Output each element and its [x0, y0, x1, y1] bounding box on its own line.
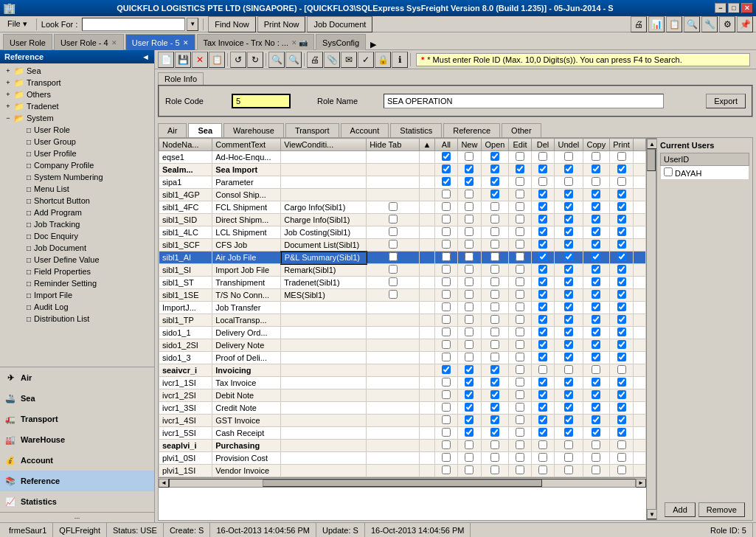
sidebar-user-role[interactable]: □ User Role	[0, 124, 154, 136]
user-checkbox[interactable]: DAYAH	[661, 166, 749, 180]
delete-btn[interactable]: ✕	[192, 52, 208, 68]
hide-checkbox[interactable]	[389, 202, 398, 211]
scroll-thumb[interactable]	[647, 149, 656, 171]
perm-checkbox[interactable]	[465, 465, 474, 474]
perm-checkbox[interactable]	[617, 328, 626, 336]
perm-checkbox[interactable]	[516, 202, 524, 211]
print-now-btn[interactable]: Print Now	[257, 16, 306, 32]
perm-checkbox[interactable]	[490, 428, 499, 437]
perm-checkbox[interactable]	[442, 365, 451, 374]
perm-checkbox[interactable]	[617, 302, 626, 311]
tree-item-transport[interactable]: + 📁 Transport	[0, 77, 154, 89]
perm-checkbox[interactable]	[592, 340, 600, 349]
perm-checkbox[interactable]	[592, 453, 600, 462]
perm-checkbox[interactable]	[592, 190, 600, 198]
perm-checkbox[interactable]	[516, 403, 524, 412]
perm-checkbox[interactable]	[442, 315, 451, 324]
perm-checkbox[interactable]	[592, 428, 600, 437]
tree-item-tradenet[interactable]: + 📁 Tradenet	[0, 100, 154, 112]
hide-checkbox[interactable]	[389, 265, 398, 274]
perm-checkbox[interactable]	[564, 265, 573, 274]
perm-checkbox[interactable]	[465, 403, 474, 412]
expand-tradenet[interactable]: +	[3, 103, 13, 110]
sidebar-user-profile[interactable]: □ User Profile	[0, 148, 154, 159]
expand-system[interactable]: −	[3, 114, 13, 122]
sidebar-reference-btn[interactable]: 📚 Reference	[0, 471, 154, 491]
nav-tab-other[interactable]: Other	[502, 123, 541, 137]
perm-checkbox[interactable]	[617, 453, 626, 462]
nav-tab-account[interactable]: Account	[341, 123, 389, 137]
perm-checkbox[interactable]	[442, 328, 451, 336]
perm-checkbox[interactable]	[442, 415, 451, 424]
perm-checkbox[interactable]	[564, 465, 573, 474]
copy-btn[interactable]: 📋	[209, 52, 225, 68]
perm-checkbox[interactable]	[490, 465, 499, 474]
perm-checkbox[interactable]	[516, 227, 524, 236]
perm-checkbox[interactable]	[490, 315, 499, 324]
perm-checkbox[interactable]	[564, 227, 573, 236]
perm-checkbox[interactable]	[617, 415, 626, 424]
job-document-btn[interactable]: Job Document	[307, 16, 372, 32]
sidebar-company-profile[interactable]: □ Company Profile	[0, 159, 154, 171]
attach-btn[interactable]: 📎	[324, 52, 340, 68]
perm-checkbox[interactable]	[490, 302, 499, 311]
perm-checkbox[interactable]	[538, 365, 547, 374]
perm-checkbox[interactable]	[564, 415, 573, 424]
perm-checkbox[interactable]	[564, 177, 573, 186]
perm-checkbox[interactable]	[564, 290, 573, 299]
perm-checkbox[interactable]	[465, 277, 474, 286]
perm-checkbox[interactable]	[617, 277, 626, 286]
perm-checkbox[interactable]	[617, 164, 626, 173]
sidebar-doc-enquiry[interactable]: □ Doc Enquiry	[0, 230, 154, 242]
perm-checkbox[interactable]	[465, 190, 474, 198]
perm-checkbox[interactable]	[538, 164, 547, 173]
perm-checkbox[interactable]	[490, 227, 499, 236]
check-btn[interactable]: ✓	[358, 52, 374, 68]
nav-tab-warehouse[interactable]: Warehouse	[223, 123, 284, 137]
perm-checkbox[interactable]	[538, 290, 547, 299]
perm-checkbox[interactable]	[516, 290, 524, 299]
sidebar-reminder-setting[interactable]: □ Reminder Setting	[0, 277, 154, 289]
perm-checkbox[interactable]	[465, 164, 474, 173]
perm-checkbox[interactable]	[490, 202, 499, 211]
perm-checkbox[interactable]	[564, 353, 573, 361]
perm-checkbox[interactable]	[538, 302, 547, 311]
scroll-left-btn[interactable]: ◄	[159, 479, 169, 488]
hide-checkbox[interactable]	[389, 290, 398, 299]
perm-checkbox[interactable]	[592, 465, 600, 474]
perm-checkbox[interactable]	[516, 340, 524, 349]
perm-checkbox[interactable]	[490, 353, 499, 361]
perm-checkbox[interactable]	[465, 428, 474, 437]
perm-checkbox[interactable]	[465, 440, 474, 449]
perm-checkbox[interactable]	[442, 390, 451, 399]
perm-checkbox[interactable]	[465, 177, 474, 186]
h-scroll-thumb[interactable]	[263, 479, 542, 487]
perm-checkbox[interactable]	[516, 315, 524, 324]
search-btn[interactable]: 🔍	[268, 52, 285, 68]
perm-checkbox[interactable]	[617, 465, 626, 474]
sidebar-statistics-btn[interactable]: 📈 Statistics	[0, 491, 154, 512]
perm-checkbox[interactable]	[490, 290, 499, 299]
perm-checkbox[interactable]	[442, 240, 451, 249]
toolbar-icon-2[interactable]: 📊	[648, 16, 665, 32]
perm-checkbox[interactable]	[490, 152, 499, 161]
perm-checkbox[interactable]	[442, 440, 451, 449]
sidebar-job-document[interactable]: □ Job Document	[0, 242, 154, 254]
perm-checkbox[interactable]	[465, 453, 474, 462]
perm-checkbox[interactable]	[617, 252, 626, 261]
lookfor-input[interactable]	[82, 18, 185, 31]
sidebar-system-numbering[interactable]: □ System Numbering	[0, 171, 154, 183]
perm-checkbox[interactable]	[592, 440, 600, 449]
role-name-input[interactable]	[384, 94, 664, 108]
perm-checkbox[interactable]	[592, 177, 600, 186]
perm-checkbox[interactable]	[617, 240, 626, 249]
perm-checkbox[interactable]	[490, 177, 499, 186]
scroll-track[interactable]	[647, 149, 656, 509]
perm-checkbox[interactable]	[516, 453, 524, 462]
toolbar-icon-5[interactable]: 🔧	[701, 16, 718, 32]
perm-checkbox[interactable]	[564, 190, 573, 198]
perm-checkbox[interactable]	[490, 240, 499, 249]
perm-checkbox[interactable]	[465, 365, 474, 374]
perm-checkbox[interactable]	[442, 340, 451, 349]
sidebar-collapse-btn[interactable]: ◄	[142, 52, 150, 61]
